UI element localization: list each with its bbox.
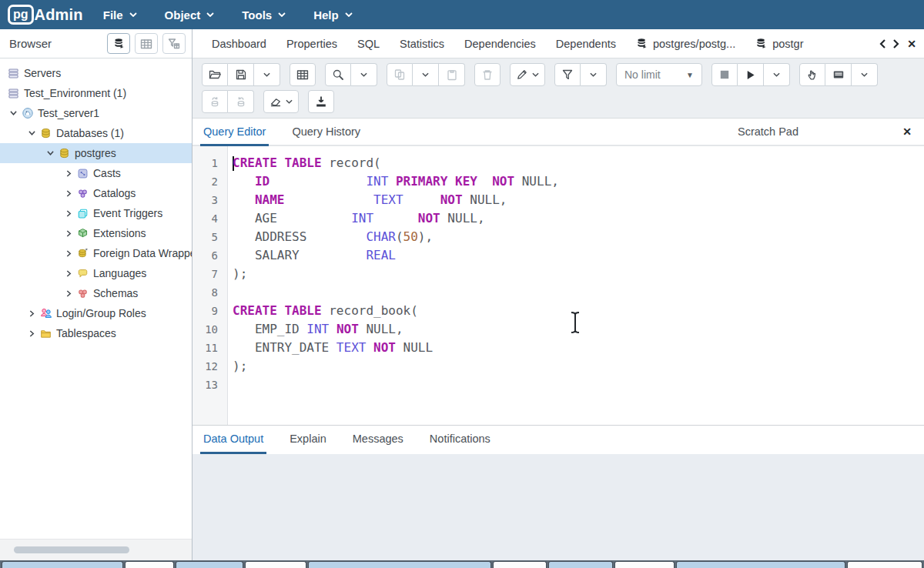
chevron-right-icon[interactable] — [25, 310, 38, 317]
tabs-scroll-right-icon[interactable] — [893, 39, 899, 48]
macros-button[interactable] — [825, 63, 852, 86]
tree-item-foreign-data-wrappers[interactable]: Foreign Data Wrappers — [0, 243, 192, 263]
tree-item-languages[interactable]: Languages — [0, 263, 192, 283]
line-number: 13 — [192, 376, 218, 394]
tab-postgres-postg-[interactable]: postgres/postg... — [626, 29, 745, 58]
chevron-down-icon[interactable] — [43, 150, 57, 156]
tab-messages[interactable]: Messages — [350, 426, 407, 454]
browser-toolbar — [102, 33, 186, 54]
tab-explain[interactable]: Explain — [286, 426, 330, 454]
save-options-button[interactable] — [254, 63, 280, 86]
chevron-down-icon — [206, 12, 214, 17]
sql-editor[interactable]: 12345678910111213 CREATE TABLE record( I… — [192, 146, 924, 425]
tree-item-login-group-roles[interactable]: Login/Group Roles — [0, 303, 192, 323]
find-options-button[interactable] — [351, 63, 377, 86]
execute-query-icon — [745, 69, 756, 81]
tab-query-editor[interactable]: Query Editor — [200, 119, 269, 146]
menu-help[interactable]: Help — [313, 8, 353, 22]
copy-icon — [393, 68, 406, 81]
tree-item-extensions[interactable]: Extensions — [0, 223, 192, 243]
chevron-right-icon[interactable] — [62, 190, 75, 197]
filter-icon — [561, 68, 574, 81]
filter-tree-button[interactable] — [162, 33, 186, 54]
execute-options-button[interactable] — [764, 63, 790, 86]
tree-item-servers[interactable]: Servers — [0, 63, 192, 83]
macros-options-button[interactable] — [852, 63, 878, 86]
tree-item-test-environment-1-[interactable]: Test_Environment (1) — [0, 83, 192, 103]
chevron-right-icon[interactable] — [62, 170, 75, 177]
chevron-down-icon[interactable] — [25, 130, 38, 136]
tree-item-postgres[interactable]: postgres — [0, 143, 192, 163]
logo-pg-mark: pg — [8, 5, 34, 25]
tree-item-casts[interactable]: Casts — [0, 163, 192, 183]
code-area[interactable]: CREATE TABLE record( ID INT PRIMARY KEY … — [228, 146, 924, 425]
code-token — [366, 340, 373, 355]
copy-options-button[interactable] — [413, 63, 439, 86]
chevron-right-icon[interactable] — [62, 250, 75, 257]
tabs-scroll-left-icon[interactable] — [879, 39, 886, 48]
tree-item-test-server1[interactable]: Test_server1 — [0, 103, 192, 123]
chevron-right-icon[interactable] — [62, 230, 75, 237]
tree-item-schemas[interactable]: Schemas — [0, 283, 192, 303]
clear-query-button[interactable] — [263, 90, 299, 113]
execute-query-button[interactable] — [738, 63, 764, 86]
tree-item-tablespaces[interactable]: Tablespaces — [0, 323, 192, 343]
menu-file[interactable]: File — [103, 8, 137, 22]
scrollbar-thumb[interactable] — [14, 546, 129, 553]
tree-item-catalogs[interactable]: Catalogs — [0, 183, 192, 203]
filter-options-button[interactable] — [581, 63, 607, 86]
delete-row-button[interactable] — [474, 63, 500, 86]
code-line: ADDRESS CHAR(50), — [233, 228, 924, 246]
tab-dependencies[interactable]: Dependencies — [454, 29, 546, 58]
object-explorer-button[interactable] — [107, 33, 130, 54]
menu-tools[interactable]: Tools — [242, 8, 286, 22]
toolbar-group — [202, 90, 254, 113]
tab-data-output[interactable]: Data Output — [200, 426, 266, 454]
tab-notifications[interactable]: Notifications — [427, 426, 494, 454]
find-button[interactable] — [325, 63, 351, 86]
tab-postgr[interactable]: postgr — [745, 29, 813, 58]
sidebar-horizontal-scrollbar[interactable] — [0, 539, 192, 560]
menu-object[interactable]: Object — [165, 8, 215, 22]
background-tab — [847, 561, 922, 568]
paste-button[interactable] — [439, 63, 465, 86]
filter-options-icon — [590, 72, 597, 77]
tab-dependents[interactable]: Dependents — [546, 29, 626, 58]
code-token: EMP_ID — [233, 322, 306, 336]
menu-label: Object — [165, 8, 201, 22]
tab-statistics[interactable]: Statistics — [390, 29, 454, 58]
tab-dashboard[interactable]: Dashboard — [202, 29, 276, 58]
code-token: SALARY — [233, 248, 366, 262]
tree-item-event-triggers[interactable]: Event Triggers — [0, 203, 192, 223]
grid-view-button[interactable] — [135, 33, 158, 54]
paste-icon — [446, 68, 458, 81]
find-options-icon — [360, 72, 367, 77]
tree-item-label: Tablespaces — [56, 327, 116, 339]
edit-grid-button[interactable] — [290, 63, 316, 86]
commit-button[interactable] — [202, 90, 228, 113]
chevron-right-icon[interactable] — [25, 330, 38, 337]
chevron-right-icon[interactable] — [62, 290, 75, 297]
browser-title: Browser — [9, 37, 102, 50]
commit-mode-button[interactable] — [799, 63, 825, 86]
save-file-button[interactable] — [228, 63, 254, 86]
download-csv-button[interactable] — [308, 90, 334, 113]
chevron-right-icon[interactable] — [62, 270, 75, 277]
tab-sql[interactable]: SQL — [347, 29, 390, 58]
scratch-pad-close-icon[interactable]: ✕ — [902, 125, 912, 138]
chevron-right-icon[interactable] — [62, 210, 75, 217]
row-limit-select[interactable]: No limit▼ — [616, 63, 702, 86]
cancel-query-button[interactable] — [711, 63, 738, 86]
filter-button[interactable] — [554, 63, 581, 86]
open-file-button[interactable] — [202, 63, 228, 86]
edit-menu-button[interactable] — [510, 63, 545, 86]
tree-item-databases-1-[interactable]: Databases (1) — [0, 123, 192, 143]
toolbar-row-1: No limit▼ — [202, 62, 915, 87]
copy-button[interactable] — [387, 63, 413, 86]
tab-properties[interactable]: Properties — [276, 29, 347, 58]
rollback-button[interactable] — [228, 90, 254, 113]
tab-close-icon[interactable]: ✕ — [907, 38, 916, 50]
line-number: 7 — [192, 265, 218, 283]
tab-query-history[interactable]: Query History — [289, 119, 363, 146]
chevron-down-icon[interactable] — [6, 110, 20, 116]
